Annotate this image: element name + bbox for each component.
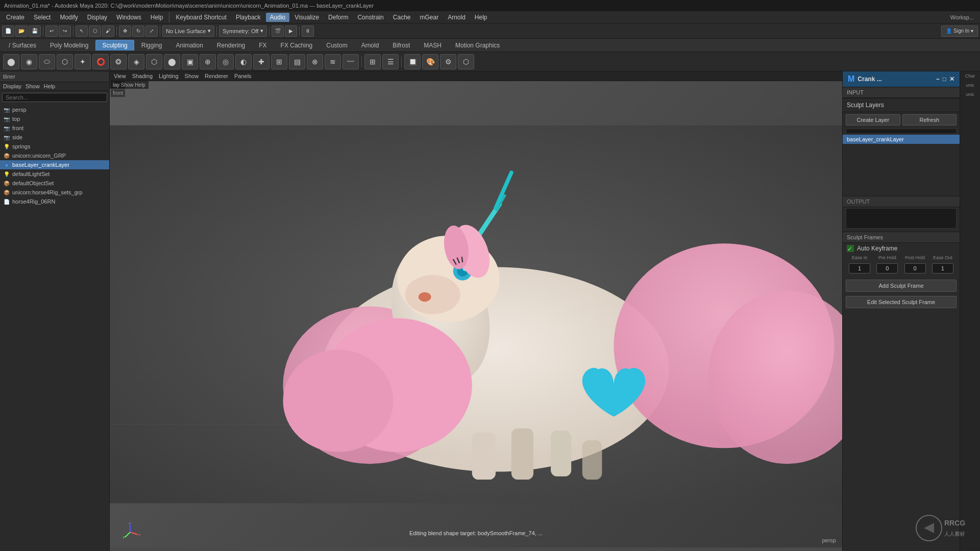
viewport-canvas[interactable]: top front lay Show Help Editing blend sh… — [110, 81, 842, 547]
outliner-menu-display[interactable]: Display — [3, 83, 21, 89]
tab-fx[interactable]: FX — [252, 40, 273, 51]
outliner-item-horse4rig-rn[interactable]: 📄 horse4Rig_06RN — [0, 197, 109, 206]
outliner-item-horse4rig-sets[interactable]: 📦 unicorn:horse4Rig_sets_grp — [0, 188, 109, 197]
panel-close[interactable]: ✕ — [949, 76, 954, 83]
sculpt-tool-11[interactable]: ▣ — [182, 54, 198, 69]
sculpt-tool-1[interactable]: ⬤ — [3, 54, 19, 69]
toolbar-new[interactable]: 📄 — [2, 26, 14, 37]
outliner-item-unicorn-grp[interactable]: 📦 unicorn:unicorn_GRP — [0, 151, 109, 160]
menu-display[interactable]: Display — [83, 13, 111, 22]
layer-item-baselayer[interactable]: baseLayer_crankLayer — [843, 135, 960, 144]
menu-help2[interactable]: Help — [471, 13, 492, 22]
toolbar-redo[interactable]: ↪ — [59, 26, 71, 37]
sculpt-tool-14[interactable]: ◐ — [235, 54, 252, 69]
menu-visualize[interactable]: Visualize — [290, 13, 323, 22]
sculpt-tool-2[interactable]: ◉ — [21, 54, 37, 69]
sculpt-tool-9[interactable]: ⬡ — [146, 54, 162, 69]
post-hold-input[interactable] — [904, 263, 926, 273]
menu-keyboard[interactable]: Keyboard Shortcut — [172, 13, 230, 22]
sculpt-tool-13[interactable]: ◎ — [217, 54, 234, 69]
symmetry-dropdown[interactable]: Symmetry: Off ▾ — [219, 26, 267, 37]
outliner-item-side[interactable]: 📷 side — [0, 133, 109, 142]
toolbar-lasso[interactable]: ⬡ — [89, 26, 101, 37]
toolbar-render[interactable]: 🎬 — [272, 26, 284, 37]
outliner-menu-show[interactable]: Show — [26, 83, 40, 89]
outliner-item-front[interactable]: 📷 front — [0, 123, 109, 133]
refresh-btn[interactable]: Refresh — [902, 114, 957, 126]
sculpt-mirror[interactable]: ⬡ — [458, 54, 474, 69]
toolbar-undo[interactable]: ↩ — [45, 26, 58, 37]
outliner-item-defaultobjectset[interactable]: 📦 defaultObjectSet — [0, 179, 109, 188]
sculpt-snap[interactable]: ⊞ — [364, 54, 381, 69]
auto-keyframe-checkbox[interactable]: ✓ — [847, 245, 854, 252]
outliner-menu-help[interactable]: Help — [44, 83, 56, 89]
menu-create[interactable]: Create — [2, 13, 29, 22]
outliner-item-persp[interactable]: 📷 persp — [0, 105, 109, 114]
tab-surfaces[interactable]: / Surfaces — [2, 40, 43, 51]
sculpt-tool-18[interactable]: ⊗ — [307, 54, 323, 69]
menu-playback[interactable]: Playback — [232, 13, 265, 22]
menu-help[interactable]: Help — [146, 13, 167, 22]
tab-fx-caching[interactable]: FX Caching — [274, 40, 320, 51]
toolbar-pause[interactable]: ⏸ — [302, 26, 314, 37]
sculpt-tool-3[interactable]: ⬭ — [39, 54, 55, 69]
outliner-item-springs[interactable]: 💡 springs — [0, 142, 109, 151]
toolbar-scale[interactable]: ⤢ — [145, 26, 158, 37]
menu-windows[interactable]: Windows — [112, 13, 145, 22]
ease-in-input[interactable] — [849, 263, 870, 273]
tab-rigging[interactable]: Rigging — [135, 40, 169, 51]
menu-arnold[interactable]: Arnold — [444, 13, 470, 22]
tab-custom[interactable]: Custom — [320, 40, 354, 51]
sculpt-tool-12[interactable]: ⊕ — [200, 54, 216, 69]
toolbar-open[interactable]: 📂 — [15, 26, 28, 37]
toolbar-rotate[interactable]: ↻ — [132, 26, 144, 37]
tab-poly[interactable]: Poly Modeling — [43, 40, 95, 51]
toolbar-paint[interactable]: 🖌 — [102, 26, 114, 37]
sculpt-texture[interactable]: 🔲 — [404, 54, 421, 69]
tab-arnold[interactable]: Arnold — [355, 40, 386, 51]
sculpt-tool-6[interactable]: ⭕ — [92, 54, 109, 69]
sculpt-options[interactable]: ⚙ — [440, 54, 456, 69]
outliner-search[interactable] — [2, 93, 107, 102]
edit-sculpt-frame-btn[interactable]: Edit Selected Sculpt Frame — [846, 296, 957, 308]
viewport-shading[interactable]: Shading — [132, 73, 153, 79]
outliner-item-top[interactable]: 📷 top — [0, 114, 109, 123]
sculpt-tool-16[interactable]: ⊞ — [271, 54, 287, 69]
toolbar-save[interactable]: 💾 — [29, 26, 41, 37]
sculpt-layers-btn[interactable]: ☰ — [382, 54, 399, 69]
tab-mash[interactable]: MASH — [417, 40, 448, 51]
menu-mgear[interactable]: mGear — [415, 13, 443, 22]
ease-out-input[interactable] — [932, 263, 953, 273]
sculpt-tool-5[interactable]: ✦ — [75, 54, 91, 69]
viewport-renderer[interactable]: Renderer — [205, 73, 228, 79]
sculpt-relax[interactable]: ≋ — [325, 54, 341, 69]
outliner-item-defaultlightset[interactable]: 💡 defaultLightSet — [0, 169, 109, 179]
create-layer-btn[interactable]: Create Layer — [846, 114, 900, 126]
sculpt-paint[interactable]: 🎨 — [422, 54, 438, 69]
toolbar-render2[interactable]: ▶ — [285, 26, 297, 37]
signin-btn[interactable]: 👤 Sign In ▾ — [941, 26, 978, 37]
add-sculpt-frame-btn[interactable]: Add Sculpt Frame — [846, 280, 957, 292]
tab-animation[interactable]: Animation — [169, 40, 209, 51]
sculpt-tool-8[interactable]: ◈ — [128, 54, 144, 69]
outliner-item-baselayer[interactable]: ● baseLayer_crankLayer — [0, 160, 109, 169]
sculpt-tool-7[interactable]: ❂ — [110, 54, 127, 69]
viewport-view[interactable]: View — [114, 73, 126, 79]
tab-bifrost[interactable]: Bifrost — [386, 40, 416, 51]
sculpt-tool-10[interactable]: ⬤ — [164, 54, 180, 69]
sculpt-tool-15[interactable]: ✚ — [253, 54, 270, 69]
sculpt-tool-4[interactable]: ⬡ — [57, 54, 73, 69]
panel-minimize[interactable]: − — [936, 76, 940, 83]
tab-motion-graphics[interactable]: Motion Graphics — [449, 40, 506, 51]
sculpt-tool-17[interactable]: ▤ — [289, 54, 305, 69]
menu-cache[interactable]: Cache — [389, 13, 415, 22]
panel-restore[interactable]: □ — [943, 76, 946, 83]
sculpt-smooth[interactable]: 〰 — [342, 54, 359, 69]
menu-modify[interactable]: Modify — [56, 13, 82, 22]
menu-audio[interactable]: Audio — [266, 13, 290, 22]
tab-sculpting[interactable]: Sculpting — [95, 40, 134, 51]
menu-deform[interactable]: Deform — [324, 13, 352, 22]
no-live-surface-dropdown[interactable]: No Live Surface ▾ — [162, 26, 214, 37]
toolbar-select[interactable]: ↖ — [76, 26, 88, 37]
menu-constrain[interactable]: Constrain — [353, 13, 387, 22]
